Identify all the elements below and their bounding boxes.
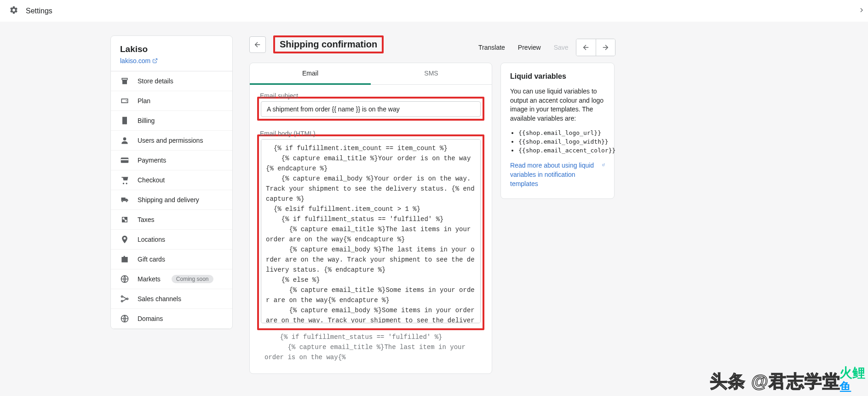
gear-icon <box>9 6 18 16</box>
watermark-text: 头条 @君志学堂 <box>710 370 840 393</box>
sidebar-item-label: Sales channels <box>138 295 181 303</box>
store-url-text: lakiso.com <box>120 57 150 64</box>
page-title-highlight: Shipping confirmation <box>273 35 384 53</box>
sidebar-item-label: Users and permissions <box>138 137 203 144</box>
next-template-button[interactable] <box>596 39 615 56</box>
card-icon <box>120 156 129 165</box>
body-overflow-text: {% if fulfillment_status == 'fulfilled' … <box>259 330 483 364</box>
percent-icon <box>120 215 129 224</box>
sidebar-item-locations[interactable]: Locations <box>111 230 232 250</box>
coming-soon-badge: Coming soon <box>172 275 213 283</box>
settings-sidebar: Lakiso lakiso.com Store details Plan Bil… <box>110 35 233 329</box>
header-actions: Translate Preview Save <box>478 39 615 56</box>
globe-icon <box>120 274 129 284</box>
sidebar-item-plan[interactable]: Plan <box>111 91 232 111</box>
save-button: Save <box>554 44 569 51</box>
sidebar-item-shipping[interactable]: Shipping and delivery <box>111 190 232 210</box>
variable-item: {{shop.email_logo_width}} <box>518 137 605 146</box>
prev-template-button[interactable] <box>576 39 596 56</box>
liquid-variables-card: Liquid variables You can use liquid vari… <box>500 63 615 199</box>
info-link-text: Read more about using liquid variables i… <box>510 161 600 188</box>
cart-icon <box>120 175 129 185</box>
sidebar-item-markets[interactable]: MarketsComing soon <box>111 269 232 289</box>
receipt-icon <box>120 116 129 125</box>
sidebar-item-label: Billing <box>138 117 155 124</box>
variable-item: {{shop.email_accent_color}} <box>518 146 605 155</box>
channels-icon <box>120 294 129 303</box>
translate-link[interactable]: Translate <box>478 44 505 51</box>
tab-email[interactable]: Email <box>250 63 371 85</box>
page-header: Shipping confirmation <box>249 35 492 53</box>
sidebar-item-billing[interactable]: Billing <box>111 111 232 131</box>
tab-row: Email SMS <box>250 63 492 85</box>
store-name: Lakiso <box>120 44 223 54</box>
globe-icon <box>120 314 129 323</box>
sidebar-item-domains[interactable]: Domains <box>111 309 232 329</box>
info-title: Liquid variables <box>510 72 605 81</box>
chevron-right-icon[interactable] <box>858 6 865 15</box>
subject-highlight: Email subject <box>257 97 484 121</box>
svg-line-12 <box>604 164 605 165</box>
sidebar-item-users[interactable]: Users and permissions <box>111 131 232 151</box>
body-textarea[interactable] <box>261 139 481 323</box>
info-link[interactable]: Read more about using liquid variables i… <box>510 161 605 188</box>
subject-input[interactable] <box>261 101 481 117</box>
svg-point-6 <box>121 300 123 302</box>
sidebar-item-label: Shipping and delivery <box>138 196 199 204</box>
sidebar-item-store-details[interactable]: Store details <box>111 71 232 91</box>
body-label: Email body (HTML) <box>260 130 481 137</box>
tab-sms[interactable]: SMS <box>371 63 492 84</box>
sidebar-item-label: Store details <box>138 77 173 85</box>
wallet-icon <box>120 96 129 105</box>
sidebar-item-label: Markets <box>138 275 161 283</box>
svg-line-0 <box>155 59 157 62</box>
sidebar-item-payments[interactable]: Payments <box>111 151 232 170</box>
store-url-link[interactable]: lakiso.com <box>120 57 158 64</box>
preview-link[interactable]: Preview <box>518 44 541 51</box>
svg-point-5 <box>121 296 123 297</box>
info-text: You can use liquid variables to output a… <box>510 87 605 123</box>
external-link-icon <box>152 58 158 64</box>
sidebar-item-giftcards[interactable]: Gift cards <box>111 250 232 269</box>
sidebar-item-taxes[interactable]: Taxes <box>111 210 232 230</box>
svg-point-7 <box>126 298 128 299</box>
external-link-icon <box>602 162 605 168</box>
sidebar-item-checkout[interactable]: Checkout <box>111 170 232 190</box>
sidebar-item-label: Checkout <box>138 176 165 184</box>
sidebar-item-label: Taxes <box>138 216 155 223</box>
variable-item: {{shop.email_logo_url}} <box>518 128 605 137</box>
store-icon <box>120 76 129 86</box>
gift-icon <box>120 255 129 264</box>
back-button[interactable] <box>249 36 266 53</box>
body-highlight: Email body (HTML) <box>257 134 484 330</box>
sidebar-item-channels[interactable]: Sales channels <box>111 289 232 309</box>
notification-card: Email SMS Email subject Email body (HTML… <box>249 63 492 374</box>
sidebar-item-label: Domains <box>138 315 163 322</box>
sidebar-item-label: Gift cards <box>138 256 165 263</box>
subject-label: Email subject <box>260 92 481 99</box>
truck-icon <box>120 195 129 204</box>
sidebar-item-label: Locations <box>138 236 165 243</box>
top-title: Settings <box>26 7 52 15</box>
svg-point-1 <box>123 137 126 140</box>
watermark-logo: 火鲤 鱼 <box>839 364 865 395</box>
user-icon <box>120 136 129 145</box>
variable-list: {{shop.email_logo_url}} {{shop.email_log… <box>510 128 605 155</box>
topbar: Settings <box>0 0 868 22</box>
pin-icon <box>120 235 129 244</box>
store-block: Lakiso lakiso.com <box>111 36 232 71</box>
sidebar-item-label: Payments <box>138 157 166 164</box>
svg-rect-3 <box>121 159 129 161</box>
page-title: Shipping confirmation <box>275 37 382 52</box>
sidebar-item-label: Plan <box>138 97 150 105</box>
nav-arrow-group <box>576 39 615 56</box>
